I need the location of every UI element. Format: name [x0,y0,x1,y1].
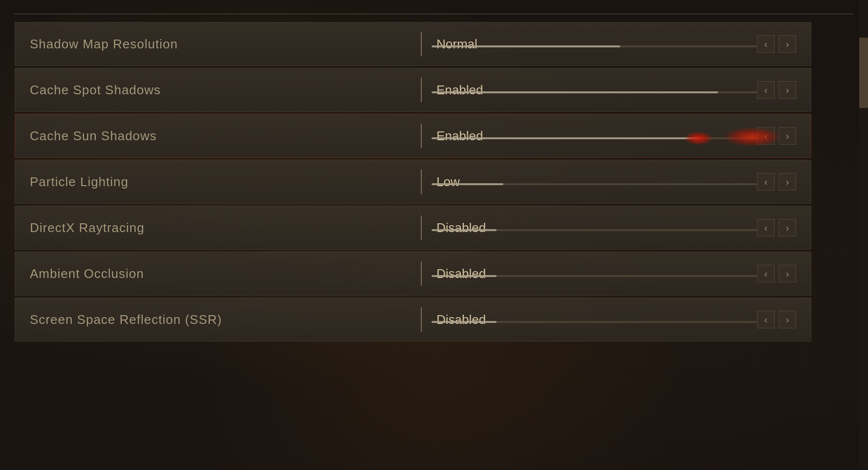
nav-arrows-shadow-map-resolution: ‹ › [757,35,796,53]
section-divider [15,14,853,14]
next-arrow-shadow-map-resolution[interactable]: › [779,35,796,53]
control-divider-cache-sun-shadows [421,124,422,148]
nav-arrows-directx-raytracing: ‹ › [757,219,796,236]
slider-fill-screen-space-reflection [432,321,497,323]
setting-label-screen-space-reflection: Screen Space Reflection (SSR) [30,312,421,327]
next-arrow-particle-lighting[interactable]: › [779,173,796,191]
slider-fill-cache-sun-shadows [432,137,698,139]
setting-control-shadow-map-resolution: Normal ‹ › [421,32,796,56]
slider-track-shadow-map-resolution[interactable] [432,45,757,47]
slider-container-directx-raytracing [432,229,757,233]
nav-arrows-particle-lighting: ‹ › [757,173,796,191]
slider-container-particle-lighting [432,183,757,187]
prev-arrow-directx-raytracing[interactable]: ‹ [757,219,775,236]
setting-control-directx-raytracing: Disabled ‹ › [421,215,796,240]
control-divider-cache-spot-shadows [421,78,422,102]
setting-row-shadow-map-resolution: Shadow Map Resolution Normal ‹ › [15,22,811,66]
slider-track-cache-sun-shadows[interactable] [432,137,757,139]
slider-fill-cache-spot-shadows [432,91,718,93]
slider-container-screen-space-reflection [432,321,757,325]
setting-row-screen-space-reflection: Screen Space Reflection (SSR) Disabled ‹… [15,298,811,342]
prev-arrow-particle-lighting[interactable]: ‹ [757,173,775,191]
nav-arrows-ambient-occlusion: ‹ › [757,265,796,282]
prev-arrow-shadow-map-resolution[interactable]: ‹ [757,35,775,53]
slider-fill-particle-lighting [432,183,503,185]
setting-control-screen-space-reflection: Disabled ‹ › [421,307,796,332]
setting-row-ambient-occlusion: Ambient Occlusion Disabled ‹ › [15,252,811,296]
control-divider-particle-lighting [421,170,422,194]
control-divider-screen-space-reflection [421,307,422,332]
setting-label-shadow-map-resolution: Shadow Map Resolution [30,37,421,52]
nav-arrows-cache-spot-shadows: ‹ › [757,81,796,99]
prev-arrow-cache-spot-shadows[interactable]: ‹ [757,81,775,99]
prev-arrow-screen-space-reflection[interactable]: ‹ [757,311,775,328]
setting-control-particle-lighting: Low ‹ › [421,170,796,194]
setting-label-cache-sun-shadows: Cache Sun Shadows [30,128,421,144]
slider-track-cache-spot-shadows[interactable] [432,91,757,93]
slider-track-particle-lighting[interactable] [432,183,757,185]
slider-fill-shadow-map-resolution [432,45,620,47]
next-arrow-ambient-occlusion[interactable]: › [779,265,796,282]
settings-list: Shadow Map Resolution Normal ‹ › Cache S… [15,22,811,342]
setting-control-cache-spot-shadows: Enabled ‹ › [421,78,796,102]
scrollbar-thumb[interactable] [859,38,868,108]
slider-track-ambient-occlusion[interactable] [432,275,757,277]
next-arrow-screen-space-reflection[interactable]: › [779,311,796,328]
control-divider-directx-raytracing [421,215,422,240]
main-container: Shadow Map Resolution Normal ‹ › Cache S… [0,0,868,470]
slider-container-cache-spot-shadows [432,91,757,95]
prev-arrow-cache-sun-shadows[interactable]: ‹ [757,127,775,145]
slider-fill-ambient-occlusion [432,275,497,277]
slider-container-ambient-occlusion [432,275,757,279]
nav-arrows-screen-space-reflection: ‹ › [757,311,796,328]
control-divider-shadow-map-resolution [421,32,422,56]
setting-label-particle-lighting: Particle Lighting [30,174,421,190]
setting-control-cache-sun-shadows: Enabled ‹ › [421,124,796,148]
setting-label-ambient-occlusion: Ambient Occlusion [30,266,421,281]
slider-fill-directx-raytracing [432,229,497,231]
next-arrow-cache-sun-shadows[interactable]: › [779,127,796,145]
slider-track-directx-raytracing[interactable] [432,229,757,231]
slider-track-screen-space-reflection[interactable] [432,321,757,323]
prev-arrow-ambient-occlusion[interactable]: ‹ [757,265,775,282]
setting-control-ambient-occlusion: Disabled ‹ › [421,261,796,286]
setting-row-particle-lighting: Particle Lighting Low ‹ › [15,160,811,204]
next-arrow-cache-spot-shadows[interactable]: › [779,81,796,99]
slider-container-cache-sun-shadows [432,137,757,141]
scrollbar[interactable] [859,0,868,470]
setting-label-cache-spot-shadows: Cache Spot Shadows [30,83,421,98]
slider-container-shadow-map-resolution [432,45,757,49]
nav-arrows-cache-sun-shadows: ‹ › [757,127,796,145]
setting-row-cache-sun-shadows: Cache Sun Shadows Enabled ‹ › [15,114,811,158]
setting-label-directx-raytracing: DirectX Raytracing [30,220,421,235]
control-divider-ambient-occlusion [421,261,422,286]
setting-row-directx-raytracing: DirectX Raytracing Disabled ‹ › [15,206,811,250]
setting-row-cache-spot-shadows: Cache Spot Shadows Enabled ‹ › [15,68,811,112]
next-arrow-directx-raytracing[interactable]: › [779,219,796,236]
